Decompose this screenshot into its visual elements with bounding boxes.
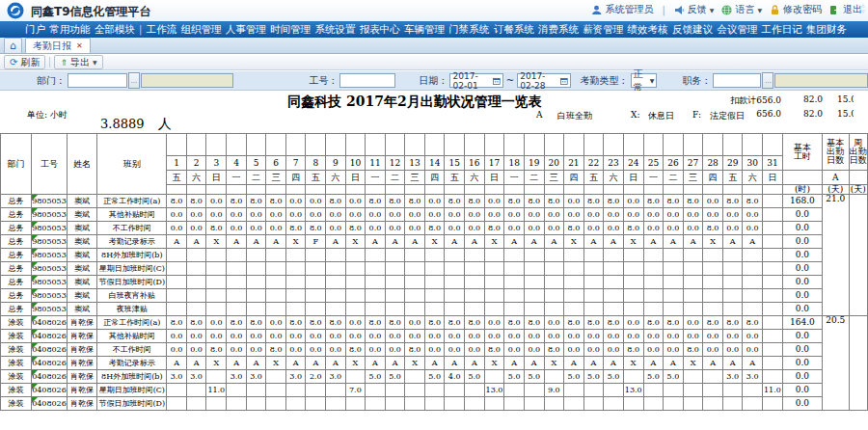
logout-button[interactable]: 退出 bbox=[829, 3, 862, 16]
menu-item-会议管理[interactable]: 会议管理 bbox=[717, 23, 757, 37]
table-row: 总务9805053窦斌考勤记录标示AAXAAAXFAXAAAXAAXAAAXAA… bbox=[1, 235, 868, 249]
day-cell: A bbox=[186, 357, 206, 370]
day-cell: 0.0 bbox=[285, 343, 306, 357]
day-cell: 0.0 bbox=[186, 343, 206, 357]
cell-basic-hours-sum: 0.0 bbox=[782, 397, 822, 411]
day-unit-spacer bbox=[206, 185, 227, 195]
day-cell bbox=[246, 397, 266, 411]
menu-item-报表中心[interactable]: 报表中心 bbox=[360, 23, 400, 37]
day-cell bbox=[345, 303, 366, 316]
day-weekday: 一 bbox=[227, 171, 247, 185]
day-cell bbox=[424, 289, 445, 303]
day-cell: X bbox=[544, 357, 564, 370]
day-cell: A bbox=[683, 235, 703, 249]
day-cell: X bbox=[683, 357, 703, 370]
menu-item-订餐系统[interactable]: 订餐系统 bbox=[494, 23, 534, 37]
tab-attendance-daily[interactable]: 考勤日报 ✕ bbox=[25, 38, 91, 53]
day-cell: 8.0 bbox=[345, 222, 366, 235]
duty-input[interactable] bbox=[713, 73, 761, 88]
day-header-spacer bbox=[266, 134, 286, 156]
menu-item-门禁系统[interactable]: 门禁系统 bbox=[448, 23, 489, 37]
dept-picker-button[interactable]: … bbox=[128, 72, 140, 89]
day-unit-spacer bbox=[405, 185, 425, 195]
date-to-field[interactable]: 2017-02-28 bbox=[517, 73, 570, 88]
menu-item-工作流[interactable]: 工作流 bbox=[147, 23, 177, 37]
day-cell: 0.0 bbox=[544, 208, 564, 222]
day-cell bbox=[464, 262, 484, 276]
menu-item-系统设置[interactable]: 系统设置 bbox=[314, 23, 355, 37]
refresh-button[interactable]: ⟳ 刷新 bbox=[4, 55, 45, 69]
attend-type-label: 考勤类型： bbox=[581, 74, 629, 88]
day-cell: A bbox=[385, 235, 405, 249]
menu-item-车辆管理[interactable]: 车辆管理 bbox=[404, 23, 445, 37]
day-cell bbox=[306, 262, 326, 276]
day-cell bbox=[743, 384, 763, 397]
cell-dept: 总务 bbox=[1, 222, 32, 235]
day-cell bbox=[306, 397, 326, 411]
export-button[interactable]: ⇑ 导出 ▼ bbox=[54, 55, 102, 69]
app-logo-icon bbox=[7, 2, 24, 19]
col-header-empid: 工号 bbox=[32, 134, 68, 195]
day-cell: 0.0 bbox=[524, 330, 544, 343]
dept-input[interactable] bbox=[68, 73, 127, 88]
day-cell bbox=[227, 289, 247, 303]
attend-type-select[interactable]: 正常 ▼ bbox=[631, 73, 658, 88]
menu-item-反馈建议[interactable]: 反馈建议 bbox=[672, 23, 713, 37]
day-number: 15 bbox=[445, 156, 465, 171]
empid-input[interactable] bbox=[339, 73, 395, 88]
day-cell: A bbox=[524, 357, 544, 370]
menu-item-薪资管理[interactable]: 薪资管理 bbox=[583, 23, 623, 37]
day-cell: A bbox=[186, 235, 206, 249]
day-cell: 0.0 bbox=[285, 195, 306, 208]
day-cell bbox=[246, 249, 266, 262]
day-cell bbox=[345, 397, 366, 411]
cell-empid: 0408026 bbox=[32, 316, 68, 330]
day-cell bbox=[664, 289, 684, 303]
table-row: 涂装0408026肖乾保节假日加班时间(D)0.0 bbox=[1, 397, 868, 411]
change-password[interactable]: 修改密码 bbox=[770, 3, 822, 16]
duty-picker-button[interactable]: … bbox=[762, 72, 773, 89]
menu-item-时间管理[interactable]: 时间管理 bbox=[270, 23, 311, 37]
main-menu-bar: 门户常用功能全部模块|工作流组织管理人事管理时间管理系统设置报表中心车辆管理门禁… bbox=[0, 21, 868, 38]
day-cell bbox=[683, 276, 703, 289]
day-cell: 8.0 bbox=[743, 195, 763, 208]
day-cell bbox=[604, 384, 624, 397]
menu-item-工作日记[interactable]: 工作日记 bbox=[762, 23, 802, 37]
cell-dept: 总务 bbox=[1, 262, 32, 276]
day-cell: 5.0 bbox=[464, 370, 484, 384]
menu-item-人事管理[interactable]: 人事管理 bbox=[226, 23, 266, 37]
day-cell bbox=[623, 289, 643, 303]
date-from-field[interactable]: 2017-02-01 bbox=[449, 73, 502, 88]
day-cell: 8.0 bbox=[604, 316, 624, 330]
menu-item-集团财务[interactable]: 集团财务 bbox=[806, 23, 847, 37]
menu-item-门户[interactable]: 门户 bbox=[25, 23, 45, 37]
day-cell bbox=[643, 276, 664, 289]
tab-close-icon[interactable]: ✕ bbox=[76, 41, 83, 50]
day-cell bbox=[504, 303, 525, 316]
day-cell bbox=[564, 303, 584, 316]
cell-basic-hours-sum: 0.0 bbox=[782, 343, 822, 357]
menu-item-全部模块[interactable]: 全部模块 bbox=[95, 23, 135, 37]
table-row: 总务9805053窦斌夜班津贴0.0 bbox=[1, 303, 868, 316]
day-unit-spacer bbox=[524, 185, 544, 195]
cell-name: 窦斌 bbox=[67, 235, 97, 249]
day-cell bbox=[326, 384, 346, 397]
feedback-menu[interactable]: 反馈▼ bbox=[674, 3, 715, 16]
language-menu[interactable]: 语言▼ bbox=[721, 3, 762, 16]
tab-home[interactable]: ⌂ bbox=[4, 38, 22, 53]
cell-name: 窦斌 bbox=[67, 303, 97, 316]
current-user[interactable]: 系统管理员 bbox=[591, 3, 653, 16]
day-cell bbox=[703, 262, 723, 276]
day-cell bbox=[703, 384, 723, 397]
day-cell: 0.0 bbox=[544, 222, 564, 235]
day-cell bbox=[424, 276, 445, 289]
menu-item-消费系统[interactable]: 消费系统 bbox=[538, 23, 579, 37]
menu-item-常用功能[interactable]: 常用功能 bbox=[49, 23, 90, 37]
menu-scroll-arrows[interactable]: ▲▼ bbox=[860, 1, 865, 14]
day-cell bbox=[743, 397, 763, 411]
totals-label-value: 扣款计656.0 bbox=[675, 94, 781, 107]
menu-item-绩效考核[interactable]: 绩效考核 bbox=[628, 23, 668, 37]
menu-item-组织管理[interactable]: 组织管理 bbox=[180, 23, 221, 37]
day-cell bbox=[763, 397, 783, 411]
day-cell: A bbox=[285, 357, 306, 370]
